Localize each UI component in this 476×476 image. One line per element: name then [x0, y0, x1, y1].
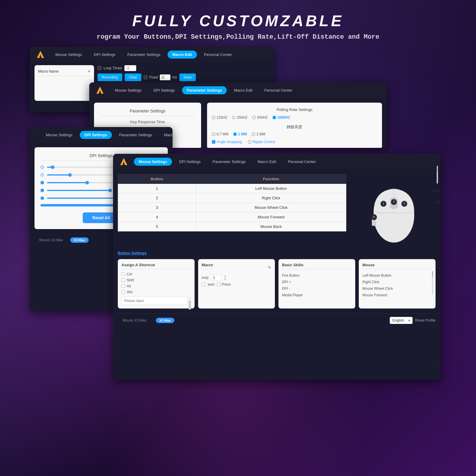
ctrl-checkbox[interactable] [121, 273, 125, 276]
tab-macro-param[interactable]: Macro Edit [229, 86, 257, 94]
btn-num-1: 1 [118, 184, 196, 193]
mouse-panel: Mouse Left Mouse Button Right Click Mous… [359, 259, 436, 309]
angle-snapping-opt[interactable]: Angle Snapping [212, 140, 242, 144]
macro-increment[interactable]: ▲ [224, 275, 226, 277]
poll-1000hz[interactable]: 1000HZ [273, 115, 290, 120]
macro-edit-icon[interactable]: ✎ [268, 265, 271, 270]
mouse-scrollbar[interactable] [432, 271, 433, 295]
poll-500hz-label: 500HZ [257, 115, 268, 120]
button-settings-link[interactable]: Button Settings [118, 251, 147, 255]
shift-checkbox[interactable] [121, 278, 125, 282]
macro-decrement[interactable]: ▼ [224, 278, 226, 281]
lift-options: 0.7 MM 1 MM 2 MM [212, 132, 377, 136]
table-row-4[interactable]: 4 Mouse Forward [118, 212, 346, 222]
table-row-1[interactable]: 1 Left Mouse Button [118, 184, 346, 193]
tab-macro-dpi[interactable]: Macro Edit [159, 131, 173, 139]
tab-dpi-macro[interactable]: DPI Settings [89, 51, 120, 59]
clear-button[interactable]: Clear [125, 73, 142, 81]
win-label: Win [127, 290, 133, 294]
lift-07mm[interactable]: 0.7 MM [212, 132, 228, 136]
tab-personal-mouse[interactable]: Personal Center [283, 158, 321, 166]
tab-macro-edit[interactable]: Macro Edit [167, 51, 197, 59]
btn-func-1: Left Mouse Button [196, 184, 346, 193]
macro-loop-input[interactable] [211, 275, 222, 281]
ctrl-label: Ctrl [127, 272, 132, 276]
language-select[interactable]: English ▼ [390, 317, 413, 324]
mouse-forward-label: Mouse Forward [362, 293, 387, 297]
macro-press-checkbox[interactable] [217, 283, 220, 286]
win-checkbox[interactable] [121, 290, 125, 294]
basic-title: Basic Skills [282, 263, 352, 269]
macro-loop-label: loop [202, 275, 209, 280]
fixed-checkbox[interactable] [144, 76, 147, 79]
btn-func-5: Mouse Back [196, 222, 346, 231]
tab-dpi-mouse[interactable]: DPI Settings [174, 158, 205, 166]
loop-checkbox[interactable] [98, 66, 101, 70]
dpi-thumb-1[interactable] [51, 165, 54, 169]
ripple-control-opt[interactable]: Ripple Control [248, 140, 275, 144]
macro-add-icon[interactable]: + [88, 69, 90, 74]
fixed-row: Fixed ms [144, 74, 177, 80]
assign-input-field[interactable] [121, 297, 187, 305]
basic-item-dpi-minus[interactable]: DPI - [282, 285, 352, 292]
loop-label: Loop Times [104, 66, 122, 70]
lift-2mm-label: 2 MM [256, 132, 265, 136]
dpi-thumb-2[interactable] [68, 173, 72, 177]
shift-row: Shift [121, 278, 191, 282]
reset-profile-button[interactable]: Reset Profile [415, 318, 436, 322]
basic-item-dpi-plus[interactable]: DPI + [282, 279, 352, 285]
shift-label: Shift [127, 278, 134, 282]
basic-item-fire[interactable]: Fire Button [282, 272, 352, 279]
mouse-item-forward[interactable]: Mouse Forward [362, 292, 432, 298]
tab-mouse-active[interactable]: Mouse Settings [134, 158, 172, 166]
macro-auto-checkbox[interactable] [202, 283, 205, 286]
loop-input[interactable] [124, 65, 136, 71]
save-button[interactable]: Save [179, 73, 196, 81]
mouse-item-right[interactable]: Right Click [362, 279, 432, 285]
tab-mouse-settings-macro[interactable]: Mouse Settings [51, 51, 87, 59]
basic-scrollbar[interactable] [437, 166, 438, 184]
poll-250hz[interactable]: 250HZ [232, 115, 248, 120]
dpi-thumb-4[interactable] [108, 189, 112, 192]
dpi-dot-4 [40, 189, 44, 192]
table-row-5[interactable]: 5 Mouse Back [118, 222, 346, 231]
macro-stepper: ▲ ▼ [224, 275, 226, 281]
tab-param-dpi[interactable]: Parameter Settings [114, 131, 157, 139]
basic-item-media[interactable]: Media Player [282, 292, 352, 298]
tab-dpi-param[interactable]: DPI Settings [149, 86, 180, 94]
button-table-section: Button Function 1 Left Mouse Button 2 [118, 174, 436, 247]
dpi-thumb-3[interactable] [85, 181, 89, 184]
lift-1mm-label: 1 MM [238, 132, 247, 136]
mouse-item-wheel[interactable]: Mouse Wheel Click [362, 285, 432, 292]
mouse-item-left[interactable]: Left Mouse Button [362, 272, 432, 279]
table-row-2[interactable]: 2 Right Click [118, 193, 346, 203]
mouse-panel-title: Mouse [362, 263, 432, 269]
recording-button[interactable]: Recording [98, 73, 122, 81]
tab-dpi-active[interactable]: DPI Settings [80, 131, 112, 139]
table-row-3[interactable]: 3 Mouse Wheel Click [118, 203, 346, 212]
lift-2mm[interactable]: 2 MM [252, 132, 265, 136]
poll-500hz[interactable]: 500HZ [252, 115, 268, 120]
tab-param-active[interactable]: Parameter Settings [182, 86, 227, 94]
btn-num-4: 4 [118, 212, 196, 222]
dpi-dot-1 [40, 165, 44, 169]
assign-scrollbar[interactable] [189, 297, 191, 305]
fixed-label: Fixed [149, 75, 158, 79]
alt-checkbox[interactable] [121, 284, 125, 288]
tab-param-mouse[interactable]: Parameter Settings [208, 158, 250, 166]
angle-snapping-check [212, 140, 215, 144]
fixed-input[interactable] [160, 74, 170, 80]
tab-personal-macro[interactable]: Personal Center [199, 51, 237, 59]
poll-125hz[interactable]: 125HZ [212, 115, 227, 120]
macro-loop-row: loop ▲ ▼ [202, 275, 271, 281]
tab-macro-mouse[interactable]: Macro Edit [253, 158, 281, 166]
tab-personal-param[interactable]: Personal Center [260, 86, 297, 94]
nav-bar-macro: Mouse Settings DPI Settings Parameter Se… [30, 47, 274, 62]
dpi-plus-label: DPI + [282, 280, 291, 284]
tab-mouse-param[interactable]: Mouse Settings [110, 86, 146, 94]
screens-container: Mouse Settings DPI Settings Parameter Se… [30, 47, 446, 457]
mouse-scrollbar-thumb [432, 271, 433, 277]
tab-mouse-dpi[interactable]: Mouse Settings [41, 131, 77, 139]
lift-1mm[interactable]: 1 MM [233, 132, 247, 136]
tab-param-macro[interactable]: Parameter Settings [123, 51, 165, 59]
